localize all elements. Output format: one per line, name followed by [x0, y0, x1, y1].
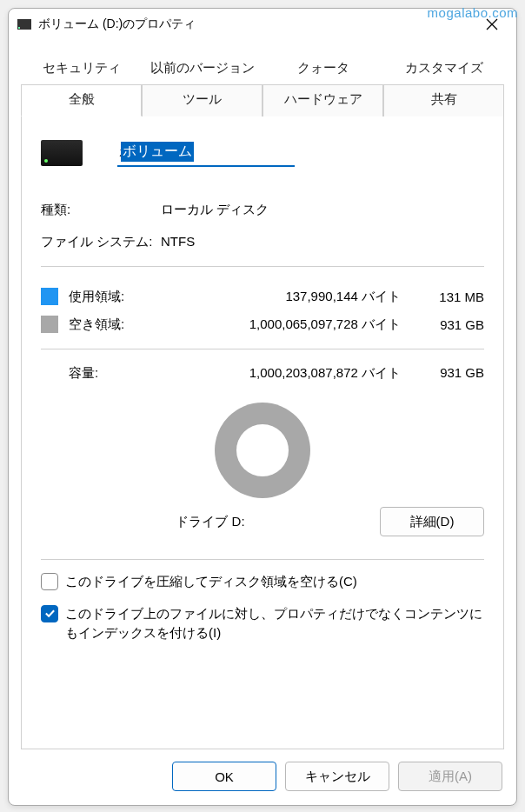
dialog-footer: OK キャンセル 適用(A) [9, 749, 516, 805]
free-space-row: 空き領域: 1,000,065,097,728 バイト 931 GB [41, 310, 484, 338]
volume-name-wrapper: ボリューム [117, 139, 484, 167]
apply-button[interactable]: 適用(A) [398, 762, 502, 791]
window-title: ボリューム (D:)のプロパティ [38, 17, 475, 32]
compress-checkbox-row: このドライブを圧縮してディスク領域を空ける(C) [41, 572, 484, 592]
filesystem-row: ファイル システム: NTFS [41, 234, 484, 250]
tab-general[interactable]: 全般 [21, 84, 142, 116]
capacity-bytes: 1,000,203,087,872 バイト [161, 365, 416, 382]
capacity-row: 容量: 1,000,203,087,872 バイト 931 GB [41, 360, 484, 390]
tab-sharing[interactable]: 共有 [383, 84, 504, 116]
divider [41, 349, 484, 349]
free-bytes: 1,000,065,097,728 バイト [161, 316, 416, 333]
divider [41, 266, 484, 267]
capacity-label: 容量: [69, 365, 161, 382]
free-color-swatch [41, 316, 58, 333]
close-icon [486, 18, 498, 30]
type-value: ローカル ディスク [161, 202, 269, 218]
filesystem-label: ファイル システム: [41, 234, 161, 250]
used-space-row: 使用領域: 137,990,144 バイト 131 MB [41, 283, 484, 310]
compress-label: このドライブを圧縮してディスク領域を空ける(C) [65, 572, 357, 592]
volume-name-row: ボリューム [41, 139, 484, 167]
properties-dialog: ボリューム (D:)のプロパティ セキュリティ 以前のバージョン クォータ カス… [8, 8, 517, 806]
type-label: 種類: [41, 202, 161, 218]
index-checkbox-row: このドライブ上のファイルに対し、プロパティだけでなくコンテンツにもインデックスを… [41, 604, 484, 643]
volume-name-input[interactable] [117, 139, 295, 167]
watermark-text: mogalabo.com [428, 5, 518, 20]
index-label: このドライブ上のファイルに対し、プロパティだけでなくコンテンツにもインデックスを… [65, 604, 484, 643]
tab-row-upper: セキュリティ 以前のバージョン クォータ カスタマイズ [21, 54, 504, 84]
ok-button[interactable]: OK [172, 762, 276, 791]
used-color-swatch [41, 288, 58, 305]
check-icon [44, 608, 56, 619]
tab-security[interactable]: セキュリティ [21, 54, 142, 84]
free-human: 931 GB [416, 317, 484, 332]
index-checkbox[interactable] [41, 605, 58, 622]
divider [41, 559, 484, 560]
storage-block: 使用領域: 137,990,144 バイト 131 MB 空き領域: 1,000… [41, 283, 484, 338]
details-button[interactable]: 詳細(D) [380, 507, 484, 536]
tab-quota[interactable]: クォータ [262, 54, 383, 84]
filesystem-value: NTFS [161, 234, 195, 250]
used-human: 131 MB [416, 290, 484, 304]
drive-icon [17, 19, 31, 30]
tab-hardware[interactable]: ハードウェア [262, 84, 383, 116]
drive-large-icon [41, 140, 83, 166]
tab-tools[interactable]: ツール [142, 84, 262, 116]
tab-previous-versions[interactable]: 以前のバージョン [142, 54, 262, 84]
usage-chart [41, 403, 484, 498]
drive-label-row: ドライブ D: 詳細(D) [41, 507, 484, 536]
free-label: 空き領域: [69, 316, 161, 333]
tab-customize[interactable]: カスタマイズ [383, 54, 504, 84]
compress-checkbox[interactable] [41, 573, 58, 590]
used-bytes: 137,990,144 バイト [161, 289, 416, 305]
cancel-button[interactable]: キャンセル [285, 762, 389, 791]
tab-content-general: ボリューム 種類: ローカル ディスク ファイル システム: NTFS 使用領域… [21, 116, 504, 749]
used-label: 使用領域: [69, 289, 161, 305]
pie-chart-icon [215, 403, 310, 498]
tab-row-lower: 全般 ツール ハードウェア 共有 [21, 84, 504, 116]
capacity-human: 931 GB [416, 365, 484, 382]
tabs-container: セキュリティ 以前のバージョン クォータ カスタマイズ 全般 ツール ハードウェ… [9, 40, 516, 116]
drive-label: ドライブ D: [41, 514, 380, 530]
type-row: 種類: ローカル ディスク [41, 202, 484, 218]
